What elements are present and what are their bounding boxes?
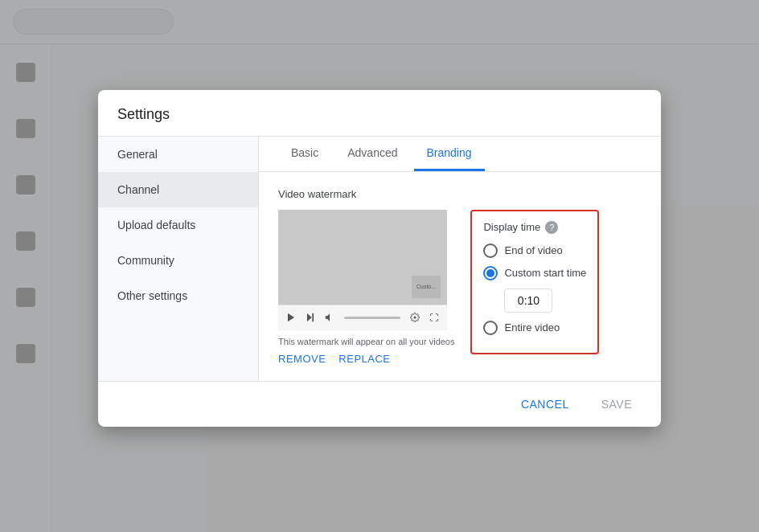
tab-advanced[interactable]: Advanced (334, 137, 410, 171)
sidebar-item-upload-defaults[interactable]: Upload defaults (98, 207, 258, 243)
sidebar-item-community[interactable]: Community (98, 243, 258, 278)
help-icon[interactable]: ? (545, 221, 558, 234)
dialog-tabs: Basic Advanced Branding (259, 137, 661, 172)
dialog-body: General Channel Upload defaults Communit… (98, 137, 661, 381)
video-caption: This watermark will appear on all your v… (278, 337, 454, 346)
radio-custom-start-time[interactable]: Custom start time (483, 266, 586, 280)
svg-point-4 (414, 317, 416, 319)
progress-bar (344, 317, 400, 319)
dialog-footer: CANCEL SAVE (98, 381, 661, 427)
video-actions: REMOVE REPLACE (278, 353, 454, 365)
radio-label-custom: Custom start time (504, 267, 586, 279)
display-time-header: Display time ? (483, 221, 586, 234)
modal-backdrop: Settings General Channel Upload defaults… (0, 0, 759, 532)
replace-button[interactable]: REPLACE (338, 353, 390, 365)
branding-tab-content: Video watermark Custo... (259, 172, 661, 381)
remove-button[interactable]: REMOVE (278, 353, 326, 365)
dialog-title: Settings (117, 106, 642, 123)
svg-marker-3 (326, 313, 330, 321)
skip-button[interactable] (302, 309, 318, 325)
watermark-overlay: Custo... (412, 276, 441, 298)
tab-branding[interactable]: Branding (414, 137, 485, 171)
settings-dialog: Settings General Channel Upload defaults… (98, 90, 661, 427)
video-preview-wrapper: Custo... (278, 210, 454, 365)
svg-rect-2 (312, 313, 314, 322)
settings-icon[interactable] (407, 309, 423, 325)
tab-basic[interactable]: Basic (278, 137, 331, 171)
radio-label-end: End of video (504, 244, 562, 256)
branding-content: Custo... (278, 210, 642, 365)
play-button[interactable] (283, 309, 299, 325)
sidebar-item-channel[interactable]: Channel (98, 172, 258, 207)
radio-end-of-video[interactable]: End of video (483, 243, 586, 258)
dialog-content: Basic Advanced Branding Video watermark (259, 137, 661, 381)
display-time-box: Display time ? End of video (470, 210, 599, 354)
radio-circle-end (483, 243, 498, 258)
volume-button[interactable] (322, 309, 338, 325)
radio-circle-entire (483, 321, 498, 335)
svg-marker-0 (288, 313, 294, 322)
time-input-wrapper (504, 289, 586, 313)
video-watermark-label: Video watermark (278, 188, 642, 200)
time-input[interactable] (504, 289, 552, 313)
radio-circle-custom (483, 266, 498, 280)
sidebar-item-other-settings[interactable]: Other settings (98, 278, 258, 313)
cancel-button[interactable]: CANCEL (508, 391, 582, 417)
save-button[interactable]: SAVE (589, 391, 645, 417)
display-time-label: Display time (483, 221, 540, 233)
dialog-header: Settings (98, 90, 661, 137)
sidebar-item-general[interactable]: General (98, 137, 258, 172)
video-preview: Custo... (278, 210, 447, 330)
video-placeholder: Custo... (278, 210, 447, 305)
radio-entire-video[interactable]: Entire video (483, 321, 586, 335)
radio-label-entire: Entire video (504, 321, 560, 334)
fullscreen-icon[interactable] (426, 309, 442, 325)
video-controls (278, 305, 447, 330)
dialog-sidebar: General Channel Upload defaults Communit… (98, 137, 259, 381)
svg-marker-1 (307, 313, 312, 322)
